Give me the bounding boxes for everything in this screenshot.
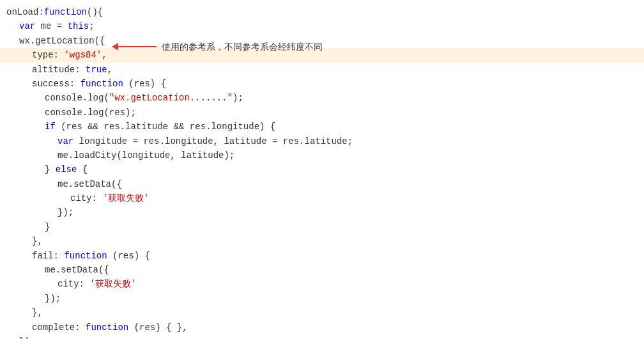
code-line-19: me.setData({ [0, 263, 644, 277]
code-line-20: city: '获取失败' [0, 277, 644, 291]
code-line-8: console.log(res); [0, 106, 644, 120]
code-line-5: altitude: true, [0, 63, 644, 77]
code-line-18: fail: function (res) { [0, 249, 644, 263]
code-line-13: me.setData({ [0, 177, 644, 191]
code-line-9: if (res && res.latitude && res.longitude… [0, 120, 644, 134]
code-line-17: }, [0, 234, 644, 248]
code-line-22: }, [0, 306, 644, 320]
code-line-2: var me = this; [0, 19, 644, 33]
code-line-7: console.log("wx.getLocation......."); [0, 91, 644, 105]
annotation-text: 使用的参考系，不同参考系会经纬度不同 [162, 40, 323, 54]
code-line-16: } [0, 220, 644, 234]
code-line-12: } else { [0, 162, 644, 177]
code-line-15: }); [0, 205, 644, 219]
code-line-6: success: function (res) { [0, 77, 644, 91]
code-line-11: me.loadCity(longitude, latitude); [0, 148, 644, 162]
code-line-24: }) [0, 335, 644, 339]
annotation-arrow: 使用的参考系，不同参考系会经纬度不同 [112, 40, 323, 54]
code-line-1: onLoad:function(){ [0, 5, 644, 19]
code-line-10: var longitude = res.longitude, latitude … [0, 134, 644, 148]
code-editor: onLoad:function(){ var me = this; wx.get… [0, 0, 644, 339]
code-line-14: city: '获取失败' [0, 191, 644, 205]
code-line-21: }); [0, 292, 644, 306]
arrow-head-icon [112, 43, 118, 51]
arrow-line [118, 46, 157, 47]
code-line-23: complete: function (res) { }, [0, 320, 644, 335]
